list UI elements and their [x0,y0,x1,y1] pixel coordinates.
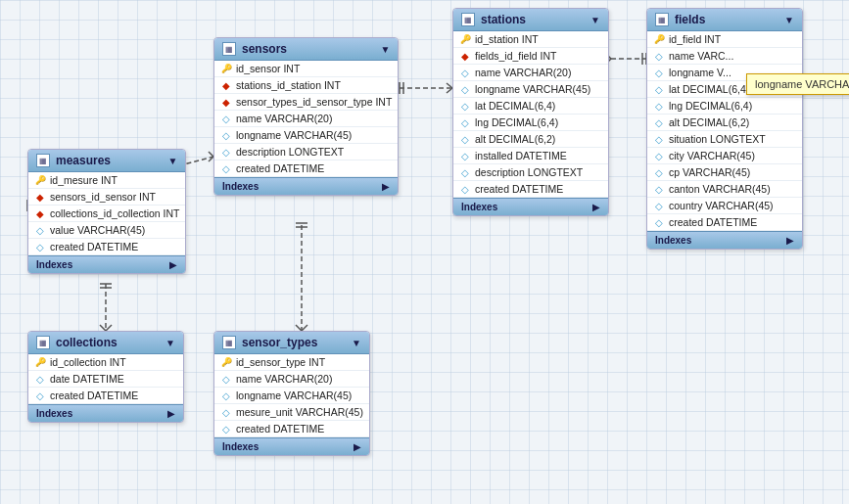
table-row[interactable]: ◇cp VARCHAR(45) [647,164,802,181]
field-text: lat DECIMAL(6,4) [475,100,555,112]
table-row[interactable]: ◇created DATETIME [28,239,185,255]
field-key-icon: ◇ [34,374,46,385]
table-row[interactable]: ◇lat DECIMAL(6,4) [453,98,608,115]
table-row[interactable]: ◇installed DATETIME [453,148,608,164]
expand-arrow-icon[interactable]: ▼ [784,15,794,25]
table-footer-sensors[interactable]: Indexes▶ [214,177,398,195]
field-key-icon: ◇ [653,68,665,78]
field-text: created DATETIME [50,241,138,252]
table-footer-measures[interactable]: Indexes▶ [28,255,185,273]
table-row[interactable]: ◇created DATETIME [453,181,608,198]
table-row[interactable]: ◇value VARCHAR(45) [28,222,185,239]
table-header-stations[interactable]: ▦stations▼ [453,9,608,31]
field-text: country VARCHAR(45) [669,200,774,211]
table-header-sensors[interactable]: ▦sensors▼ [214,38,398,61]
table-sensors: ▦sensors▼🔑id_sensor INT◆stations_id_stat… [213,37,399,196]
table-header-sensor_types[interactable]: ▦sensor_types▼ [214,332,369,354]
field-text: value VARCHAR(45) [50,224,145,236]
table-sensor_types: ▦sensor_types▼🔑id_sensor_type INT◇name V… [213,331,370,456]
expand-arrow-icon[interactable]: ▼ [165,338,175,348]
field-text: fields_id_field INT [475,50,556,62]
footer-label: Indexes [461,202,497,212]
table-row[interactable]: ◆collections_id_collection INT [28,206,185,222]
table-footer-fields[interactable]: Indexes▶ [647,231,802,249]
expand-arrow-icon[interactable]: ▼ [168,156,178,166]
table-icon: ▦ [222,42,236,56]
table-row[interactable]: ◇mesure_unit VARCHAR(45) [214,404,369,421]
table-row[interactable]: ◇alt DECIMAL(6,2) [647,115,802,131]
field-text: cp VARCHAR(45) [669,166,750,178]
table-row[interactable]: ◇name VARCHAR(20) [453,65,608,81]
footer-arrow-icon[interactable]: ▶ [354,441,361,452]
table-row[interactable]: ◇city VARCHAR(45) [647,148,802,164]
table-footer-collections[interactable]: Indexes▶ [28,404,183,422]
table-row[interactable]: ◇created DATETIME [214,421,369,437]
table-row[interactable]: ◆stations_id_station INT [214,77,398,94]
table-footer-stations[interactable]: Indexes▶ [453,198,608,215]
table-row[interactable]: ◇lng DECIMAL(6,4) [453,115,608,131]
table-footer-sensor_types[interactable]: Indexes▶ [214,437,369,455]
field-key-icon: ◇ [459,184,471,195]
table-row[interactable]: ◇date DATETIME [28,371,183,388]
field-key-icon: ◆ [220,80,232,91]
table-header-fields[interactable]: ▦fields▼ [647,9,802,31]
field-key-icon: ◇ [653,101,665,112]
field-key-icon: ◇ [220,374,232,385]
field-text: longname VARCHAR(45) [475,83,590,95]
table-row[interactable]: ◇name VARCHAR(20) [214,111,398,127]
table-header-collections[interactable]: ▦collections▼ [28,332,183,354]
footer-arrow-icon[interactable]: ▶ [169,259,177,270]
footer-arrow-icon[interactable]: ▶ [167,408,175,419]
table-row[interactable]: 🔑id_station INT [453,31,608,48]
field-text: id_mesure INT [50,174,118,186]
expand-arrow-icon[interactable]: ▼ [590,15,600,25]
table-row[interactable]: ◇description LONGTEXT [453,164,608,181]
table-row[interactable]: ◇created DATETIME [647,214,802,231]
field-key-icon: ◇ [220,390,232,401]
table-row[interactable]: ◆sensors_id_sensor INT [28,189,185,206]
table-row[interactable]: ◇name VARCHAR(20) [214,371,369,388]
table-row[interactable]: ◇name VARC... [647,48,802,65]
table-row[interactable]: ◇description LONGTEXT [214,144,398,160]
table-row[interactable]: ◇lng DECIMAL(6,4) [647,98,802,115]
table-icon: ▦ [36,154,50,167]
footer-arrow-icon[interactable]: ▶ [592,202,600,212]
table-row[interactable]: 🔑id_mesure INT [28,172,185,189]
field-text: collections_id_collection INT [50,207,179,219]
table-row[interactable]: ◇created DATETIME [28,388,183,404]
table-row[interactable]: 🔑id_field INT [647,31,802,48]
table-header-measures[interactable]: ▦measures▼ [28,150,185,172]
footer-arrow-icon[interactable]: ▶ [382,181,390,192]
expand-arrow-icon[interactable]: ▼ [380,44,390,55]
table-row[interactable]: ◇created DATETIME [214,160,398,177]
field-key-icon: ◇ [220,163,232,174]
table-row[interactable]: ◆sensor_types_id_sensor_type INT [214,94,398,111]
table-row[interactable]: ◇longname VARCHAR(45) [453,81,608,98]
field-key-icon: ◇ [459,167,471,178]
field-text: id_station INT [475,33,539,45]
table-row[interactable]: ◇longname VARCHAR(45) [214,388,369,404]
table-collections: ▦collections▼🔑id_collection INT◇date DAT… [27,331,184,423]
table-row[interactable]: ◆fields_id_field INT [453,48,608,65]
table-row[interactable]: ◇situation LONGTEXT [647,131,802,148]
table-measures: ▦measures▼🔑id_mesure INT◆sensors_id_sens… [27,149,186,274]
table-name: collections [56,336,160,349]
footer-label: Indexes [655,235,691,246]
table-row[interactable]: ◇longname VARCHAR(45) [214,127,398,144]
field-key-icon: 🔑 [34,175,46,185]
field-key-icon: 🔑 [34,357,46,367]
field-key-icon: ◇ [653,184,665,195]
field-key-icon: 🔑 [653,34,665,44]
footer-arrow-icon[interactable]: ▶ [786,235,794,246]
table-row[interactable]: 🔑id_sensor INT [214,61,398,77]
footer-label: Indexes [36,408,72,419]
table-row[interactable]: ◇country VARCHAR(45) [647,198,802,214]
field-key-icon: ◇ [220,114,232,124]
table-row[interactable]: ◇canton VARCHAR(45) [647,181,802,198]
field-key-icon: 🔑 [220,357,232,367]
table-row[interactable]: ◇alt DECIMAL(6,2) [453,131,608,148]
table-row[interactable]: 🔑id_collection INT [28,354,183,371]
expand-arrow-icon[interactable]: ▼ [352,338,361,348]
table-row[interactable]: 🔑id_sensor_type INT [214,354,369,371]
field-key-icon: ◇ [653,51,665,62]
